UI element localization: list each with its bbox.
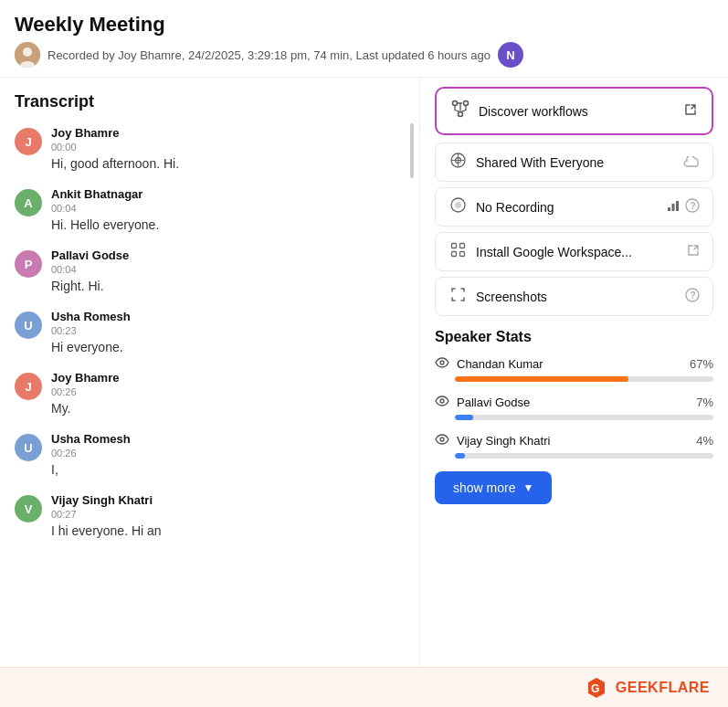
info-row[interactable]: Shared With Everyone <box>435 142 713 182</box>
info-rows: Shared With Everyone No Recording ? Inst… <box>435 142 713 316</box>
speaker-name: Pallavi Godse <box>51 248 405 262</box>
timestamp: 00:26 <box>51 386 405 397</box>
timestamp: 00:23 <box>51 325 405 336</box>
eye-icon <box>435 433 449 448</box>
transcript-item: P Pallavi Godse 00:04 Right. Hi. <box>15 248 405 293</box>
speaker-avatar: J <box>15 128 42 155</box>
transcript-text: My. <box>51 401 405 416</box>
svg-point-21 <box>440 361 444 364</box>
header-meta: Recorded by Joy Bhamre, 24/2/2025, 3:29:… <box>15 42 713 68</box>
svg-rect-16 <box>459 244 464 248</box>
speaker-stat-header: Chandan Kumar 67% <box>435 356 713 371</box>
transcript-content: Ankit Bhatnagar 00:04 Hi. Hello everyone… <box>51 187 405 232</box>
transcript-content: Usha Romesh 00:26 I, <box>51 432 405 477</box>
external-icon <box>687 244 700 259</box>
svg-rect-11 <box>672 204 675 211</box>
main-content: Transcript J Joy Bhamre 00:00 Hi, good a… <box>0 78 728 707</box>
speaker-stat-header: Pallavi Godse 7% <box>435 395 713 409</box>
transcript-content: Vijay Singh Khatri 00:27 I hi everyone. … <box>51 493 405 538</box>
discover-label: Discover workflows <box>479 104 675 119</box>
speaker-name: Joy Bhamre <box>51 371 405 385</box>
svg-point-1 <box>23 47 32 57</box>
cloud-icon <box>683 155 700 170</box>
speaker-stat-row: Pallavi Godse 7% <box>435 395 713 420</box>
svg-point-5 <box>459 112 463 117</box>
info-row[interactable]: Screenshots ? <box>435 277 713 316</box>
transcript-text: Hi, good afternoon. Hi. <box>51 156 405 171</box>
speaker-stats-title: Speaker Stats <box>435 329 713 345</box>
info-row[interactable]: Install Google Workspace... <box>435 232 713 271</box>
info-row[interactable]: No Recording ? <box>435 187 713 227</box>
svg-point-9 <box>455 202 461 208</box>
transcript-text: Hi. Hello everyone. <box>51 217 405 232</box>
meta-text: Recorded by Joy Bhamre, 24/2/2025, 3:29:… <box>47 48 491 62</box>
info-row-actions: ? <box>667 198 700 216</box>
speaker-name: Chandan Kumar <box>457 357 682 371</box>
timestamp: 00:04 <box>51 203 405 214</box>
info-row-label: Install Google Workspace... <box>476 245 678 259</box>
speaker-avatar: A <box>15 189 42 216</box>
svg-rect-10 <box>668 207 670 211</box>
speaker-pct: 67% <box>690 357 713 371</box>
transcript-item: U Usha Romesh 00:26 I, <box>15 432 405 477</box>
scroll-indicator[interactable] <box>410 123 414 178</box>
help-icon: ? <box>685 198 700 216</box>
transcript-text: Right. Hi. <box>51 279 405 293</box>
transcript-item: U Usha Romesh 00:23 Hi everyone. <box>15 310 405 354</box>
transcript-text: Hi everyone. <box>51 340 405 354</box>
speaker-name: Vijay Singh Khatri <box>457 434 689 448</box>
external-link-icon <box>684 103 697 119</box>
geekflare-icon: G <box>585 676 608 700</box>
svg-rect-15 <box>451 244 456 248</box>
svg-rect-18 <box>459 252 464 257</box>
bar-fill <box>455 453 465 459</box>
bar-track <box>455 415 713 420</box>
bar-fill <box>455 415 473 420</box>
transcript-content: Joy Bhamre 00:26 My. <box>51 371 405 416</box>
transcript-item: J Joy Bhamre 00:26 My. <box>15 371 405 416</box>
speaker-avatar: P <box>15 250 42 278</box>
info-row-actions: ? <box>685 288 700 305</box>
discover-workflows-card[interactable]: Discover workflows <box>435 87 713 135</box>
speaker-avatar: U <box>15 311 42 339</box>
transcript-list: J Joy Bhamre 00:00 Hi, good afternoon. H… <box>15 126 405 538</box>
svg-text:?: ? <box>691 201 696 211</box>
svg-text:?: ? <box>691 290 696 301</box>
info-row-actions <box>687 244 700 259</box>
svg-rect-12 <box>676 201 679 211</box>
speaker-pct: 7% <box>696 396 713 409</box>
help-icon: ? <box>685 288 700 305</box>
speaker-name: Vijay Singh Khatri <box>51 493 405 507</box>
speaker-stat-row: Chandan Kumar 67% <box>435 356 713 382</box>
eye-icon <box>435 395 449 409</box>
speaker-avatar: U <box>15 434 42 461</box>
screenshot-icon <box>448 287 467 306</box>
recorder-avatar <box>15 42 40 68</box>
info-row-actions <box>683 155 700 170</box>
speaker-name: Ankit Bhatnagar <box>51 187 405 201</box>
show-more-label: show more <box>453 480 515 495</box>
transcript-title: Transcript <box>15 92 405 111</box>
speaker-avatar: J <box>15 373 42 400</box>
user-avatar-n: N <box>498 42 523 68</box>
svg-point-23 <box>440 438 444 441</box>
bar-fill <box>455 376 628 382</box>
svg-text:G: G <box>591 682 600 695</box>
brand-name: GEEKFLARE <box>616 680 710 696</box>
speaker-stats-list: Chandan Kumar 67% Pallavi Godse 7% <box>435 356 713 459</box>
transcript-content: Pallavi Godse 00:04 Right. Hi. <box>51 248 405 293</box>
speaker-name: Pallavi Godse <box>457 396 689 409</box>
svg-point-3 <box>453 101 458 106</box>
transcript-panel: Transcript J Joy Bhamre 00:00 Hi, good a… <box>0 78 420 707</box>
transcript-text: I, <box>51 462 405 477</box>
grid-icon <box>448 242 467 261</box>
bar-track <box>455 376 713 382</box>
record-icon <box>448 197 467 216</box>
show-more-button[interactable]: show more ▼ <box>435 471 552 504</box>
timestamp: 00:27 <box>51 509 405 520</box>
page-title: Weekly Meeting <box>15 13 713 37</box>
info-row-label: No Recording <box>476 200 658 215</box>
transcript-item: A Ankit Bhatnagar 00:04 Hi. Hello everyo… <box>15 187 405 232</box>
speaker-pct: 4% <box>696 434 713 448</box>
transcript-content: Joy Bhamre 00:00 Hi, good afternoon. Hi. <box>51 126 405 171</box>
